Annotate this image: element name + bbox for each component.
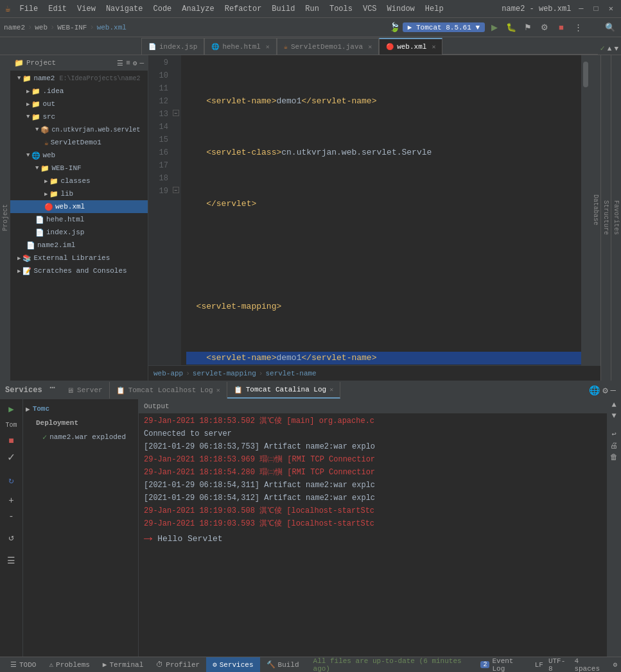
tree-hehehtml[interactable]: 📄 hehe.html [10, 213, 148, 226]
debug-button[interactable]: 🐛 [504, 21, 518, 35]
window-title: name2 - web.xml [502, 4, 571, 13]
maximize-button[interactable]: □ [591, 4, 601, 13]
status-tab-build[interactable]: 🔨 Build [260, 657, 306, 673]
close-catalina-log[interactable]: ✕ [329, 386, 333, 393]
project-panel: 📁 Project ☰ ≡ ⚙ — ▼ 📁 name2 E:\IdeaProje… [10, 55, 148, 381]
tab-tomcat-localhost-log[interactable]: 📋 Tomcat Localhost Log ✕ [110, 382, 227, 399]
menu-run[interactable]: Run [301, 3, 323, 15]
coverage-button[interactable]: ⚑ [521, 21, 535, 35]
run-svc-button[interactable]: ▶ [4, 402, 19, 416]
log-icon1: 📋 [116, 386, 125, 395]
status-tab-services[interactable]: ⚙ Services [206, 657, 259, 673]
stop-button[interactable]: ■ [554, 21, 568, 35]
favorites-panel-label[interactable]: Favorites [611, 55, 621, 381]
tree-ext-libs[interactable]: ▶ 📚 External Libraries [10, 252, 148, 264]
status-tab-profiler[interactable]: ⏱ Profiler [150, 657, 206, 673]
minimize-button[interactable]: — [576, 4, 586, 13]
search-everywhere-button[interactable]: 🔍 [603, 21, 617, 35]
menu-vcs[interactable]: VCS [359, 3, 381, 15]
tree-lib[interactable]: ▶ 📁 lib [10, 187, 148, 200]
tab-tomcat-catalina-log[interactable]: 📋 Tomcat Catalina Log ✕ [227, 382, 340, 399]
tab-index-jsp[interactable]: 📄 index.jsp [141, 38, 204, 55]
tab-hehe-html[interactable]: 🌐 hehe.html ✕ [204, 38, 276, 55]
menu-refactor[interactable]: Refactor [221, 3, 266, 15]
close-localhost-log[interactable]: ✕ [216, 386, 220, 394]
breadcrumb-servletmapping[interactable]: servlet-mapping [193, 370, 256, 377]
clear-btn[interactable]: 🗑 [610, 452, 618, 462]
menu-file[interactable]: File [15, 3, 42, 15]
menu-window[interactable]: Window [383, 3, 419, 15]
project-header-close[interactable]: — [139, 59, 144, 67]
fold-marker-19[interactable]: − [173, 187, 179, 193]
tree-webinf[interactable]: ▼ 📁 WEB-INF [10, 162, 148, 175]
tab-server[interactable]: 🖥 Server [60, 382, 110, 399]
stop-svc-button[interactable]: ■ [4, 434, 19, 448]
project-header-btn1[interactable]: ☰ [117, 59, 123, 67]
menu-edit[interactable]: Edit [44, 3, 71, 15]
menu-build[interactable]: Build [268, 3, 299, 15]
tree-idea[interactable]: ▶ 📁 .idea [10, 85, 148, 98]
menu-code[interactable]: Code [149, 3, 175, 15]
check-svc-button[interactable]: ✓ [4, 450, 19, 464]
menu-analyze[interactable]: Analyze [178, 3, 218, 15]
menu-navigate[interactable]: Navigate [102, 3, 147, 15]
project-panel-label[interactable]: Project [0, 55, 10, 381]
tree-src[interactable]: ▼ 📁 src [10, 110, 148, 123]
tree-indexjsp[interactable]: 📄 index.jsp [10, 226, 148, 239]
tree-web[interactable]: ▼ 🌐 web [10, 149, 148, 162]
breadcrumb-servletname[interactable]: servlet-name [265, 370, 316, 377]
settings-button[interactable]: ⚙ [538, 21, 552, 35]
menu-tools[interactable]: Tools [326, 3, 356, 15]
reload-svc-button[interactable]: ↺ [4, 530, 19, 544]
editor-scrollbar[interactable] [581, 55, 590, 365]
menu-help[interactable]: Help [421, 3, 448, 15]
scroll-up-btn[interactable]: ▲ [611, 401, 616, 409]
close-servlet-tab[interactable]: ✕ [368, 43, 372, 51]
panel-web-icon[interactable]: 🌐 [589, 385, 600, 396]
expand-icon[interactable]: ⋯ [50, 382, 55, 399]
run-button[interactable]: ▶ [487, 21, 502, 35]
database-panel-label[interactable]: Database [590, 55, 600, 365]
code-lines[interactable]: <servlet-name>demo1</servlet-name> <serv… [181, 55, 581, 365]
fold-marker-13[interactable]: − [173, 110, 179, 116]
deploy-button[interactable]: + [4, 494, 19, 508]
deployment-item[interactable]: Deployment [23, 416, 138, 430]
webxml-file-icon: 🔴 [44, 203, 53, 211]
breadcrumb-webpp[interactable]: web-app [153, 370, 183, 377]
menu-view[interactable]: View [73, 3, 100, 15]
close-webxml-tab[interactable]: ✕ [432, 43, 435, 51]
project-header-btn3[interactable]: ⚙ [133, 59, 137, 67]
tree-package[interactable]: ▼ 📦 cn.utkvrjan.web.servlet [10, 123, 148, 136]
tree-webxml[interactable]: 🔴 web.xml [10, 200, 148, 213]
server-list-button[interactable]: ☰ [4, 553, 19, 567]
event-log-item[interactable]: 2 Event Log [480, 657, 529, 673]
more-button[interactable]: ⋮ [571, 21, 585, 35]
structure-panel-label[interactable]: Structure [600, 55, 611, 381]
war-exploded-item[interactable]: ✓ name2.war exploded [23, 430, 138, 444]
status-tab-todo[interactable]: ☰ TODO [4, 657, 42, 673]
scroll-down-btn[interactable]: ▼ [611, 411, 616, 420]
wrap-btn[interactable]: ↩ [611, 429, 616, 439]
tree-name2[interactable]: ▼ 📁 name2 E:\IdeaProjects\name2 [10, 72, 148, 85]
tab-servletdemo[interactable]: ☕ ServletDemo1.java ✕ [277, 38, 379, 55]
refresh-svc-button[interactable]: ↻ [4, 473, 19, 487]
close-hehe-tab[interactable]: ✕ [266, 43, 270, 51]
status-tab-problems[interactable]: ⚠ Problems [42, 657, 96, 673]
panel-settings-icon[interactable]: ⚙ [602, 385, 608, 396]
tree-out[interactable]: ▶ 📁 out [10, 98, 148, 110]
project-header-btn2[interactable]: ≡ [126, 59, 130, 67]
close-button[interactable]: ✕ [606, 4, 616, 13]
tree-classes[interactable]: ▶ 📁 classes [10, 175, 148, 187]
code-content-area[interactable]: 9 10 11 12 13 14 15 16 17 18 19 [148, 55, 600, 365]
tree-servletdemo[interactable]: ☕ ServletDemo1 [10, 136, 148, 149]
print-btn[interactable]: 🖨 [610, 441, 618, 451]
scroll-thumb[interactable] [583, 62, 588, 87]
panel-minimize-icon[interactable]: — [611, 385, 616, 395]
tab-webxml[interactable]: 🔴 web.xml ✕ [379, 38, 442, 55]
settings-cog[interactable]: ⚙ [613, 660, 617, 669]
status-tab-terminal[interactable]: ▶ Terminal [96, 657, 150, 673]
tree-iml[interactable]: 📄 name2.iml [10, 239, 148, 252]
tab-icon-webxml: 🔴 [386, 43, 394, 51]
undeploy-button[interactable]: - [4, 510, 19, 524]
tree-scratches[interactable]: ▶ 📝 Scratches and Consoles [10, 264, 148, 277]
